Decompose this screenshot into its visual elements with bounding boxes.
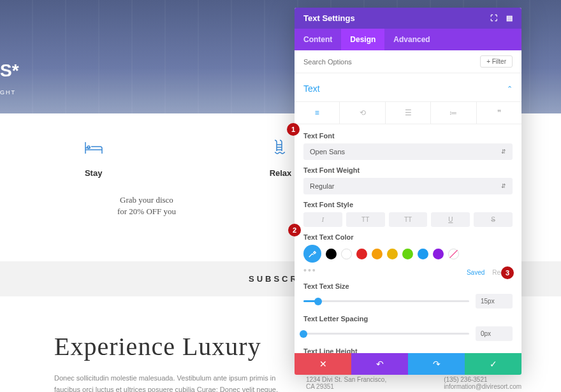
uppercase-button[interactable]: TT — [346, 212, 385, 227]
text-section-header[interactable]: Text ⌃ — [303, 80, 513, 98]
filter-button[interactable]: + Filter — [480, 55, 513, 68]
letter-spacing-slider[interactable] — [303, 333, 469, 335]
search-options-input[interactable] — [303, 58, 431, 66]
color-swatch-row — [303, 245, 513, 263]
svg-point-0 — [87, 146, 90, 149]
callout-badge-3: 3 — [501, 266, 514, 279]
eyedropper-button[interactable] — [303, 245, 321, 263]
smallcaps-button[interactable]: TT — [389, 212, 428, 227]
weight-select[interactable]: Regular⇵ — [303, 178, 513, 194]
footer-address-line1: 1234 Divi St. San Francisco, — [306, 376, 386, 383]
text-size-slider[interactable] — [303, 300, 469, 302]
text-size-input[interactable] — [476, 294, 513, 309]
color-swatch-yellow[interactable] — [387, 249, 398, 259]
font-style-row: I TT TT U S — [303, 212, 513, 227]
article-section: Experience Luxury Donec sollicitudin mol… — [54, 331, 284, 392]
caret-icon: ⇵ — [501, 183, 506, 189]
close-button[interactable]: ✕ — [295, 353, 351, 375]
footer-phone: (135) 236-3521 — [444, 376, 521, 383]
feature-label: Relax — [270, 168, 292, 178]
strikethrough-button[interactable]: S — [474, 212, 513, 227]
undo-button[interactable]: ↶ — [351, 353, 408, 375]
panel-actions: ✕ ↶ ↷ ✓ — [295, 353, 521, 375]
color-swatch-red[interactable] — [356, 249, 367, 259]
more-colors-button[interactable]: ••• — [303, 265, 317, 275]
letter-spacing-input[interactable] — [476, 326, 513, 341]
underline-button[interactable]: U — [431, 212, 470, 227]
tab-advanced[interactable]: Advanced — [384, 29, 439, 50]
line-height-label: Text Line Height — [303, 347, 513, 353]
pool-icon — [273, 139, 288, 157]
color-swatch-purple[interactable] — [433, 249, 444, 259]
letter-spacing-label: Text Letter Spacing — [303, 315, 513, 323]
font-label: Text Font — [303, 132, 513, 140]
panel-search-row: + Filter — [295, 50, 521, 73]
size-label: Text Text Size — [303, 282, 513, 290]
expand-icon[interactable]: ⛶ — [490, 14, 497, 22]
saved-colors-tab[interactable]: Saved — [467, 269, 484, 276]
color-label: Text Text Color — [303, 233, 513, 241]
style-label: Text Font Style — [303, 201, 513, 208]
hero-subtext-fragment: GHT — [0, 89, 16, 96]
list-ul-button[interactable]: ☰ — [386, 102, 431, 124]
weight-label: Text Font Weight — [303, 166, 513, 174]
color-swatch-blue[interactable] — [418, 249, 428, 259]
color-swatch-black[interactable] — [326, 249, 337, 259]
redo-button[interactable]: ↷ — [408, 353, 465, 375]
chevron-up-icon: ⌃ — [507, 85, 513, 93]
promo-text: Grab your disco for 20% OFF you — [0, 194, 293, 217]
align-left-button[interactable]: ≡ — [295, 102, 340, 124]
callout-badge-1: 1 — [287, 123, 300, 136]
color-swatch-white[interactable] — [341, 249, 352, 259]
panel-body: Text ⌃ ≡ ⟲ ☰ ≔ ❞ Text Font Open Sans⇵ Te… — [295, 73, 521, 353]
color-swatch-orange[interactable] — [372, 249, 382, 259]
tab-design[interactable]: Design — [341, 29, 384, 50]
callout-badge-2: 2 — [288, 224, 301, 236]
color-swatch-green[interactable] — [402, 249, 413, 259]
link-button[interactable]: ⟲ — [340, 102, 385, 124]
list-ol-button[interactable]: ≔ — [431, 102, 476, 124]
footer-contact: 1234 Divi St. San Francisco, CA 29351 (1… — [306, 376, 521, 390]
feature-stay[interactable]: Stay — [46, 139, 142, 178]
text-settings-panel: Text Settings ⛶ ▤ Content Design Advance… — [295, 8, 521, 375]
columns-icon[interactable]: ▤ — [506, 14, 513, 22]
bed-icon — [85, 139, 103, 157]
article-body: Donec sollicitudin molestie malesuada. V… — [54, 373, 284, 392]
article-title: Experience Luxury — [54, 331, 284, 361]
hero-headline-fragment: S* — [0, 61, 19, 81]
panel-tabs: Content Design Advanced — [295, 29, 521, 50]
confirm-button[interactable]: ✓ — [465, 353, 521, 375]
color-swatch-none[interactable] — [448, 249, 459, 259]
caret-icon: ⇵ — [501, 149, 506, 155]
panel-title: Text Settings — [303, 13, 355, 23]
text-align-row: ≡ ⟲ ☰ ≔ ❞ — [295, 101, 521, 124]
quote-button[interactable]: ❞ — [477, 102, 521, 124]
font-select[interactable]: Open Sans⇵ — [303, 143, 513, 160]
footer-email: information@diviresort.com — [444, 383, 521, 390]
feature-label: Stay — [85, 168, 102, 178]
footer-address-line2: CA 29351 — [306, 383, 386, 390]
tab-content[interactable]: Content — [295, 29, 341, 50]
panel-titlebar[interactable]: Text Settings ⛶ ▤ — [295, 8, 521, 29]
italic-button[interactable]: I — [303, 212, 342, 227]
